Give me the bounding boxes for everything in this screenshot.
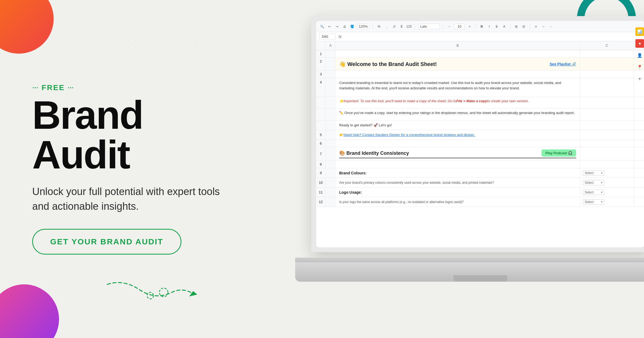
cell-d6 <box>634 140 644 147</box>
table-row: 7 🎨 Brand Identity Consistency Play Podc… <box>316 147 644 161</box>
cell-reference[interactable]: D60 <box>319 34 335 39</box>
row-num-11: 11 <box>316 188 326 197</box>
separator-6 <box>530 24 530 29</box>
main-title: Brand Audit <box>32 95 241 175</box>
free-label: ⋯ FREE ⋯ <box>32 83 241 92</box>
maps-icon[interactable]: 📍 <box>635 63 644 71</box>
free-dash-right: ⋯ <box>68 84 74 91</box>
table-row: ✏️ Once you've made a copy, start by ent… <box>316 109 644 120</box>
cell-a12 <box>326 197 335 207</box>
cell-d10 <box>634 178 644 187</box>
font-minus-icon[interactable]: − <box>447 24 452 29</box>
brand-identity-content: 🎨 Brand Identity Consistency Play Podcas… <box>339 149 576 158</box>
sheets-icon[interactable]: 📊 <box>635 27 644 36</box>
align-center-icon[interactable]: ↔ <box>541 24 546 29</box>
number-format-icon[interactable]: 123 <box>406 24 412 29</box>
separator-1 <box>373 24 373 29</box>
cell-c3 <box>580 71 634 78</box>
cell-c6 <box>580 140 634 147</box>
cell-a-copy <box>326 109 335 120</box>
font-selector[interactable]: Lato <box>418 24 440 29</box>
table-row: 1 <box>316 50 644 58</box>
cell-a5 <box>326 130 335 139</box>
star-icon[interactable]: ★ <box>635 39 644 48</box>
sheet-body: A B C D 1 2 <box>316 41 644 247</box>
currency-icon[interactable]: $ <box>399 24 404 29</box>
redo-icon[interactable]: ↪ <box>334 24 340 29</box>
cell-b10-colours-desc: Are your brand's primary colours consist… <box>335 178 580 187</box>
cell-b3 <box>335 71 580 78</box>
row-num-ready <box>316 120 326 130</box>
free-text: FREE <box>42 83 65 92</box>
print-icon[interactable]: 🖨 <box>342 24 347 29</box>
cell-d7 <box>634 147 644 160</box>
cell-d9 <box>634 168 644 178</box>
corner-header <box>316 41 326 50</box>
cell-a6 <box>326 140 335 147</box>
cell-b1 <box>335 50 580 57</box>
cell-b4-description: Consistent branding is essential to stan… <box>335 78 580 97</box>
logo-desc-select[interactable]: Select <box>583 199 604 205</box>
decimal-icon[interactable]: .0 <box>391 24 397 29</box>
row-num-1: 1 <box>316 50 326 57</box>
undo-icon[interactable]: ↩ <box>327 24 332 29</box>
cell-c10: Select <box>580 178 634 187</box>
play-podcast-button[interactable]: Play Podcast 🎧 <box>541 149 576 157</box>
cell-d11 <box>634 188 644 197</box>
brand-colours-desc-select[interactable]: Select <box>583 180 604 185</box>
table-row: ⭐ Important: To use this tool, you'll ne… <box>316 97 644 109</box>
user-icon[interactable]: 👤 <box>635 51 644 60</box>
cell-b-copy: ✏️ Once you've made a copy, start by ent… <box>335 109 580 120</box>
cell-d-important <box>634 97 644 108</box>
cell-a9 <box>326 168 335 178</box>
separator-4 <box>475 24 476 29</box>
row-num-5: 5 <box>316 130 326 139</box>
borders-icon[interactable]: ⊞ <box>514 24 519 29</box>
strikethrough-icon[interactable]: S̶ <box>494 24 499 29</box>
contact-link[interactable]: Need help? Contact Sanders Design for a … <box>343 133 475 137</box>
zoom-level[interactable]: 125% <box>357 24 369 29</box>
merge-icon[interactable]: ⊟ <box>521 24 526 29</box>
brand-colours-select[interactable]: Select <box>583 170 604 176</box>
table-row: 2 👋 Welcome to the Brand Audit Sheet! Se… <box>316 58 644 71</box>
row-num-12: 12 <box>316 197 326 207</box>
table-row: 6 <box>316 140 644 147</box>
left-panel: ⋯ FREE ⋯ Brand Audit Unlock your full po… <box>32 83 241 255</box>
comma-icon[interactable]: , <box>384 24 389 29</box>
laptop-mockup: 🔍 ↩ ↪ 🖨 🪣 125% % , .0 $ 123 Lato − 10 + … <box>295 16 644 317</box>
cell-b9-brand-colours: Brand Colours: <box>335 168 580 178</box>
formula-icon: fx <box>339 35 342 39</box>
cell-c-important <box>580 97 634 108</box>
cell-a7 <box>326 147 335 160</box>
text-color-icon[interactable]: A <box>502 24 507 29</box>
spreadsheet-screen: 🔍 ↩ ↪ 🖨 🪣 125% % , .0 $ 123 Lato − 10 + … <box>316 21 644 247</box>
font-plus-icon[interactable]: + <box>467 24 472 29</box>
table-row: 8 <box>316 161 644 168</box>
align-left-icon[interactable]: ≡ <box>533 24 539 29</box>
plus-icon[interactable]: + <box>635 75 644 83</box>
paint-icon[interactable]: 🪣 <box>349 24 355 29</box>
cell-c-copy <box>580 109 634 120</box>
col-header-c: C <box>580 41 634 50</box>
cta-button[interactable]: GET YOUR BRAND AUDIT <box>32 229 181 255</box>
cell-d-copy <box>634 109 644 120</box>
cell-a1 <box>326 50 335 57</box>
cell-c-ready <box>580 120 634 130</box>
see-playlist-link[interactable]: See Playlist 🔗 <box>550 62 576 66</box>
logo-select[interactable]: Select <box>583 190 604 195</box>
italic-icon[interactable]: I <box>486 24 492 29</box>
more-icon[interactable]: ··· <box>548 24 554 29</box>
row-num-8: 8 <box>316 161 326 168</box>
cell-a11 <box>326 188 335 197</box>
col-header-a: A <box>326 41 335 50</box>
cell-d5 <box>634 130 644 139</box>
laptop-notch <box>453 275 507 282</box>
table-row: 4 Consistent branding is essential to st… <box>316 78 644 97</box>
cell-d12 <box>634 197 644 207</box>
cell-c12: Select <box>580 197 634 207</box>
bold-icon[interactable]: B <box>479 24 484 29</box>
row-num-copy <box>316 109 326 120</box>
search-icon[interactable]: 🔍 <box>319 24 325 29</box>
percent-icon[interactable]: % <box>376 24 382 29</box>
font-size[interactable]: 10 <box>454 24 465 29</box>
